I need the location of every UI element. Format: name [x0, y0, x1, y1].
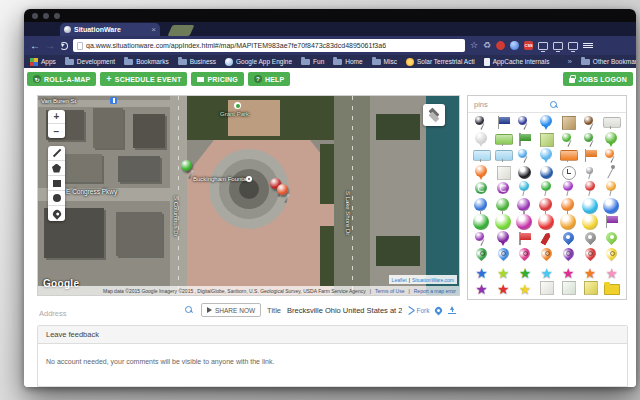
- sphere-pin[interactable]: [514, 165, 535, 181]
- forward-icon[interactable]: →: [45, 41, 55, 51]
- window-share-icon[interactable]: [568, 42, 578, 50]
- star-pin[interactable]: [580, 264, 601, 280]
- pushpin-pin[interactable]: [471, 115, 492, 131]
- note-pin[interactable]: [558, 280, 579, 296]
- blob-pin[interactable]: [558, 198, 579, 214]
- bookmark-solar-terrestrial[interactable]: Solar Terrestrial Acti: [406, 58, 475, 66]
- note-pin[interactable]: [580, 280, 601, 296]
- star-pin[interactable]: [514, 264, 535, 280]
- star-pin[interactable]: [471, 280, 492, 296]
- back-icon[interactable]: ←: [30, 41, 40, 51]
- balloon-pin[interactable]: [536, 148, 557, 164]
- report-map-error-link[interactable]: Report a map error: [414, 288, 456, 294]
- teardrop-pin[interactable]: [558, 247, 579, 263]
- balloon-pin[interactable]: [471, 132, 492, 148]
- zoom-window-button[interactable]: [54, 13, 60, 19]
- blob-pin[interactable]: [514, 198, 535, 214]
- balloon-pin[interactable]: [601, 132, 622, 148]
- note-pin[interactable]: [493, 165, 514, 181]
- flag-pin[interactable]: [514, 231, 535, 247]
- bookmark-development[interactable]: Development: [65, 58, 115, 65]
- flag-pin[interactable]: [601, 214, 622, 230]
- star-pin[interactable]: [514, 280, 535, 296]
- pushpin-pin[interactable]: [580, 115, 601, 131]
- ballpin-pin[interactable]: [514, 181, 535, 197]
- recycle-extension-icon[interactable]: ♻: [483, 41, 491, 50]
- grant-park-poi-icon[interactable]: [234, 102, 241, 109]
- bookmark-bookmarks[interactable]: Bookmarks: [124, 58, 169, 65]
- star-pin[interactable]: [493, 280, 514, 296]
- star-pin[interactable]: [471, 264, 492, 280]
- schedule-event-button[interactable]: + SCHEDULE EVENT: [100, 72, 187, 86]
- refresh-icon[interactable]: [60, 42, 68, 50]
- upload-icon[interactable]: [448, 306, 456, 314]
- buckingham-poi-icon[interactable]: [246, 176, 252, 182]
- map-canvas[interactable]: Van Buren St Grant Park Buckingham Fount…: [37, 95, 460, 296]
- ball-pin[interactable]: [601, 198, 622, 214]
- tab-close-icon[interactable]: ×: [151, 26, 156, 33]
- ballpin-pin[interactable]: [558, 181, 579, 197]
- ballpin-pin[interactable]: [580, 181, 601, 197]
- share-now-button[interactable]: SHARE NOW: [201, 303, 261, 317]
- teardrop-pin[interactable]: [514, 247, 535, 263]
- map-pushpin-orange-red[interactable]: [277, 184, 293, 206]
- draw-polyline-button[interactable]: [48, 146, 65, 161]
- ball-pin[interactable]: [580, 198, 601, 214]
- minimize-window-button[interactable]: [43, 13, 49, 19]
- clock-pin[interactable]: [558, 165, 579, 181]
- zoom-out-button[interactable]: −: [48, 124, 65, 138]
- sphere-pin[interactable]: [536, 165, 557, 181]
- marker-pin[interactable]: [601, 231, 622, 247]
- blob-pin[interactable]: [471, 198, 492, 214]
- ball-pin[interactable]: [536, 214, 557, 230]
- jobs-logon-button[interactable]: JOBS LOGON: [563, 72, 633, 86]
- bookmark-home[interactable]: Home: [333, 58, 362, 65]
- pins-search-box[interactable]: pins: [468, 96, 626, 113]
- star-pin[interactable]: [558, 264, 579, 280]
- leaflet-link[interactable]: Leaflet: [392, 277, 407, 283]
- search-icon[interactable]: [550, 101, 557, 108]
- bookmark-fun[interactable]: Fun: [301, 58, 324, 65]
- needle-pin[interactable]: [601, 165, 622, 181]
- teardrop-pin[interactable]: [601, 247, 622, 263]
- star-pin[interactable]: [536, 264, 557, 280]
- monitor-icon[interactable]: [553, 42, 563, 50]
- sign-pin[interactable]: [558, 148, 579, 164]
- bookmark-misc[interactable]: Misc: [372, 58, 397, 65]
- ball-pin[interactable]: [493, 214, 514, 230]
- adblock-extension-icon[interactable]: [496, 41, 505, 50]
- css-extension-icon[interactable]: CSS: [524, 41, 533, 50]
- pushpin-pin[interactable]: [601, 148, 622, 164]
- address-input[interactable]: [37, 306, 195, 321]
- draw-circle-button[interactable]: [48, 191, 65, 206]
- ball-pin[interactable]: [471, 214, 492, 230]
- pushpin-pin[interactable]: [558, 132, 579, 148]
- help-button[interactable]: ? HELP: [248, 72, 290, 86]
- ballpin-pin[interactable]: [601, 181, 622, 197]
- crayon-pin[interactable]: [536, 231, 557, 247]
- situationware-link[interactable]: SituationWare.com: [412, 277, 454, 283]
- bookmark-apps[interactable]: Apps: [30, 58, 56, 66]
- close-window-button[interactable]: [32, 13, 38, 19]
- ornament-pin[interactable]: [471, 181, 492, 197]
- blob-pin[interactable]: [493, 198, 514, 214]
- layers-control[interactable]: [423, 104, 445, 126]
- new-tab-button[interactable]: [168, 25, 195, 36]
- other-bookmarks[interactable]: Other Bookmarks: [581, 58, 636, 65]
- location-pin-icon[interactable]: [434, 305, 444, 315]
- teardrop-pin[interactable]: [471, 247, 492, 263]
- marker-pin[interactable]: [580, 231, 601, 247]
- flag-pin[interactable]: [493, 115, 514, 131]
- bookmark-business[interactable]: Business: [178, 58, 216, 65]
- sign-pin[interactable]: [493, 148, 514, 164]
- note-pin[interactable]: [536, 280, 557, 296]
- note-pin[interactable]: [536, 132, 557, 148]
- star-pin[interactable]: [601, 264, 622, 280]
- balloon-pin[interactable]: [471, 165, 492, 181]
- bookmark-appcache-internals[interactable]: AppCache internals: [484, 58, 550, 66]
- marker-pin[interactable]: [558, 231, 579, 247]
- pushpin-pin[interactable]: [471, 231, 492, 247]
- bookmark-google-app-engine[interactable]: Google App Engine: [225, 58, 292, 66]
- globe-extension-icon[interactable]: [510, 41, 519, 50]
- terms-of-use-link[interactable]: Terms of Use: [375, 288, 404, 294]
